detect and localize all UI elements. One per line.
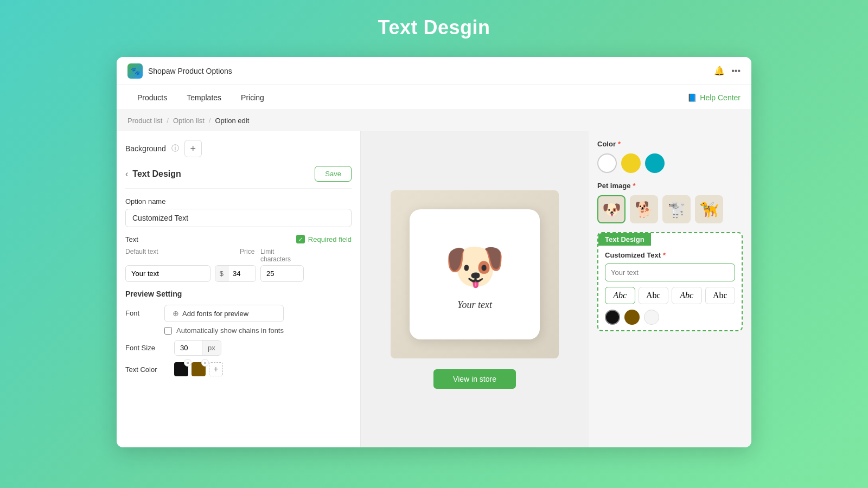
check-icon: ✓ [296, 235, 305, 243]
info-icon: ⓘ [171, 144, 179, 153]
text-color-black[interactable] [605, 310, 620, 325]
pet-img-4[interactable]: 🦮 [695, 195, 723, 223]
color-circles [597, 153, 743, 173]
nav-links: Products Templates Pricing [127, 87, 274, 108]
color-white[interactable] [597, 153, 617, 173]
auto-chain-checkbox[interactable] [164, 327, 172, 335]
text-design-input[interactable] [605, 264, 735, 281]
bell-icon[interactable]: 🔔 [714, 66, 725, 76]
pillow-shape: 🐶 Your text [410, 209, 540, 339]
font-size-input-wrap: px [174, 340, 221, 356]
back-arrow[interactable]: ‹ [125, 169, 128, 179]
font-options: ⊕ Add fonts for preview Automatically sh… [164, 305, 284, 335]
customized-text-label: Customized Text * [605, 251, 735, 259]
product-image: 🐶 Your text [391, 190, 559, 358]
color-required-dot: * [618, 140, 621, 148]
section-title: Text Design [132, 169, 181, 179]
breadcrumb-product-list[interactable]: Product list [127, 117, 162, 125]
swatch-x-black[interactable]: × [184, 359, 192, 367]
pet-required-dot: * [633, 182, 635, 190]
save-button[interactable]: Save [315, 166, 352, 182]
required-badge: ✓ Required field [296, 235, 352, 243]
top-bar: 🐾 Shopaw Product Options 🔔 ••• [117, 57, 751, 85]
color-yellow[interactable] [621, 153, 641, 173]
add-fonts-btn[interactable]: ⊕ Add fonts for preview [164, 305, 284, 322]
nav-products[interactable]: Products [127, 87, 177, 108]
app-name: Shopaw Product Options [148, 67, 232, 75]
breadcrumb: Product list / Option list / Option edit [117, 110, 751, 131]
help-center[interactable]: 📘 Help Center [687, 93, 741, 102]
font-row: Font ⊕ Add fonts for preview Automatical… [125, 305, 352, 335]
limit-input[interactable] [260, 265, 304, 282]
customized-label-text: Customized Text [605, 251, 661, 259]
px-label: px [202, 341, 221, 355]
section-title-row: ‹ Text Design [125, 169, 181, 179]
auto-chain-row: Automatically show chains in fonts [164, 326, 284, 335]
background-add-btn[interactable]: + [184, 140, 202, 157]
text-color-label: Text Color [125, 365, 169, 374]
left-panel: Background ⓘ + ‹ Text Design Save Option… [117, 131, 361, 447]
font-size-label: Font Size [125, 344, 169, 352]
option-name-input[interactable] [125, 209, 352, 227]
add-circle-icon: ⊕ [173, 309, 179, 318]
text-color-white[interactable] [644, 310, 659, 325]
dog-emoji: 🐶 [444, 238, 505, 295]
font-style-1-label: Abc [613, 291, 627, 300]
preview-section: Preview Setting Font ⊕ Add fonts for pre… [125, 290, 352, 376]
pillow-bg: 🐶 Your text [391, 190, 559, 358]
color-swatch-black[interactable]: × [174, 362, 188, 376]
add-fonts-label: Add fonts for preview [182, 310, 248, 318]
breadcrumb-option-list[interactable]: Option list [173, 117, 205, 125]
nav-pricing[interactable]: Pricing [231, 87, 274, 108]
font-style-3[interactable]: Abc [672, 287, 702, 304]
app-icon: 🐾 [127, 63, 143, 79]
text-color-circles [605, 310, 735, 325]
top-bar-right: 🔔 ••• [714, 66, 741, 76]
page-title: Text Desgin [378, 16, 490, 39]
price-input[interactable] [228, 266, 256, 281]
help-center-label: Help Center [700, 93, 741, 102]
pillow-text: Your text [457, 299, 492, 311]
nav-templates[interactable]: Templates [177, 87, 231, 108]
pet-img-1[interactable]: 🐶 [597, 195, 626, 223]
text-design-box: Text Design Customized Text * Abc Abc [597, 232, 743, 331]
pet-img-2[interactable]: 🐕 [630, 195, 658, 223]
font-size-input[interactable] [175, 341, 202, 355]
breadcrumb-option-edit: Option edit [215, 117, 249, 125]
nav-bar: Products Templates Pricing 📘 Help Center [117, 85, 751, 110]
col-limit: Limit characters [260, 248, 304, 263]
color-swatch-brown[interactable]: × [192, 362, 206, 376]
color-teal[interactable] [645, 153, 665, 173]
main-window: 🐾 Shopaw Product Options 🔔 ••• Products … [117, 57, 751, 447]
text-row-header: Text ✓ Required field [125, 235, 352, 243]
add-color-btn[interactable]: + [209, 362, 223, 376]
background-row: Background ⓘ + [125, 140, 352, 157]
text-color-brown[interactable] [624, 310, 640, 325]
font-style-grid: Abc Abc Abc Abc [605, 287, 735, 304]
section-header: ‹ Text Design Save [125, 166, 352, 189]
color-section-label: Color * [597, 140, 743, 148]
customized-required-dot: * [663, 251, 666, 259]
swatch-x-brown[interactable]: × [201, 359, 209, 367]
view-store-btn[interactable]: View in store [433, 369, 516, 389]
background-label: Background [125, 144, 166, 153]
option-name-label: Option name [125, 197, 352, 206]
more-icon[interactable]: ••• [731, 66, 741, 76]
pet-img-3[interactable]: 🐩 [662, 195, 691, 223]
font-style-2[interactable]: Abc [639, 287, 669, 304]
default-text-input[interactable] [125, 265, 210, 282]
auto-chain-label: Automatically show chains in fonts [176, 326, 284, 335]
pet-images-grid: 🐶 🐕 🐩 🦮 [597, 195, 743, 223]
font-label: Font [125, 305, 158, 317]
font-style-2-label: Abc [646, 291, 661, 300]
font-style-4[interactable]: Abc [705, 287, 736, 304]
pet-image-label: Pet image * [597, 182, 743, 190]
top-bar-left: 🐾 Shopaw Product Options [127, 63, 232, 79]
breadcrumb-sep2: / [209, 117, 211, 125]
preview-setting-title: Preview Setting [125, 290, 352, 298]
font-style-1[interactable]: Abc [605, 287, 635, 304]
price-input-wrapper: $ [215, 265, 256, 282]
font-size-row: Font Size px [125, 340, 352, 356]
app-icon-emoji: 🐾 [131, 67, 140, 75]
required-label: Required field [308, 235, 352, 243]
